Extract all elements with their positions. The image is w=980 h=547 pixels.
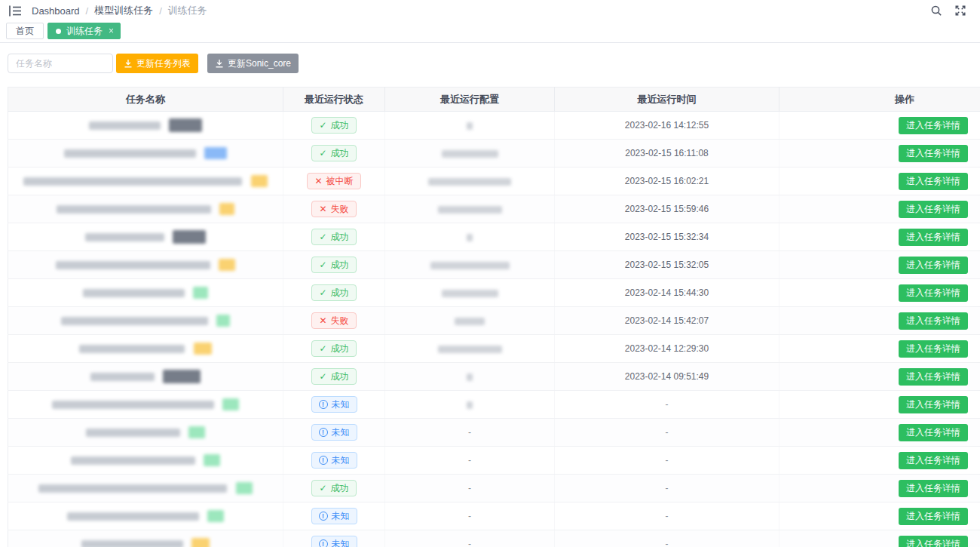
status-cell: ✓ 成功 [283, 112, 385, 140]
table-row: ✕ 失败 2023-02-14 15:42:07 进入任务详情 [8, 307, 980, 335]
task-tag-redacted [216, 315, 230, 327]
status-cell: ✓ 成功 [283, 251, 385, 279]
breadcrumb-model-training[interactable]: 模型训练任务 [94, 4, 153, 17]
enter-task-details-button[interactable]: 进入任务详情 [899, 536, 968, 547]
status-cell: ✕ 失败 [283, 195, 385, 223]
task-name-redacted [57, 205, 211, 214]
status-icon: ✓ [319, 372, 326, 381]
task-name-redacted [89, 121, 161, 130]
update-sonic-core-button[interactable]: 更新Sonic_core [207, 54, 299, 73]
enter-task-details-button[interactable]: 进入任务详情 [899, 312, 968, 330]
status-badge: ✕ 失败 [311, 312, 356, 329]
tab-home[interactable]: 首页 [6, 23, 44, 39]
status-badge: ✓ 成功 [311, 368, 356, 385]
config-cell [385, 167, 555, 195]
config-redacted [430, 262, 510, 269]
config-cell [385, 391, 555, 419]
action-cell: 进入任务详情 [779, 502, 980, 530]
task-tag-redacted [236, 482, 253, 494]
task-name-cell [8, 279, 283, 307]
table-row: ! 未知 - - 进入任务详情 [8, 419, 980, 447]
enter-task-details-button[interactable]: 进入任务详情 [899, 452, 968, 469]
status-badge: ! 未知 [311, 508, 357, 524]
task-tag-redacted [173, 230, 206, 244]
enter-task-details-button[interactable]: 进入任务详情 [899, 508, 968, 525]
task-name-redacted [90, 373, 155, 381]
status-cell: ! 未知 [283, 530, 385, 547]
config-cell: - [385, 419, 555, 447]
action-cell: 进入任务详情 [779, 251, 980, 279]
fullscreen-icon[interactable] [951, 2, 969, 20]
update-task-list-button[interactable]: 更新任务列表 [116, 54, 198, 73]
task-name-cell [8, 167, 283, 195]
status-cell: ✓ 成功 [283, 335, 385, 363]
enter-task-details-button[interactable]: 进入任务详情 [899, 229, 968, 246]
status-badge: ✓ 成功 [311, 257, 356, 273]
task-name-cell [8, 223, 283, 251]
task-name-redacted [85, 233, 164, 241]
config-cell [385, 251, 555, 279]
action-cell: 进入任务详情 [779, 419, 980, 447]
sidebar-toggle-icon[interactable] [6, 2, 24, 20]
status-label: 成功 [331, 287, 349, 300]
enter-task-details-button[interactable]: 进入任务详情 [899, 340, 968, 358]
search-icon[interactable] [927, 2, 945, 20]
status-cell: ✓ 成功 [283, 475, 385, 502]
time-cell: 2023-02-15 15:59:46 [555, 195, 779, 223]
time-cell: 2023-02-15 15:32:34 [555, 223, 779, 251]
task-tag-redacted [219, 203, 234, 215]
status-icon: ! [319, 512, 328, 521]
time-cell: 2023-02-14 12:29:30 [555, 335, 779, 363]
enter-task-details-button[interactable]: 进入任务详情 [899, 145, 968, 162]
enter-task-details-button[interactable]: 进入任务详情 [899, 396, 968, 413]
task-tag-redacted [169, 118, 202, 132]
enter-task-details-button[interactable]: 进入任务详情 [899, 201, 968, 218]
breadcrumb-dashboard[interactable]: Dashboard [32, 5, 80, 17]
enter-task-details-button[interactable]: 进入任务详情 [899, 117, 968, 134]
col-run-time: 最近运行时间 [555, 88, 779, 112]
enter-task-details-button[interactable]: 进入任务详情 [899, 368, 968, 386]
enter-task-details-button[interactable]: 进入任务详情 [899, 257, 968, 274]
table-body: ✓ 成功 2023-02-16 14:12:55 进入任务详情 ✓ 成功 202… [8, 112, 980, 547]
status-label: 未知 [332, 398, 350, 411]
status-label: 失败 [331, 315, 349, 327]
status-label: 成功 [331, 231, 349, 244]
time-cell: 2023-02-15 15:32:05 [555, 251, 779, 279]
task-name-cell [8, 140, 283, 167]
status-badge: ✓ 成功 [311, 284, 356, 301]
enter-task-details-button[interactable]: 进入任务详情 [899, 424, 968, 441]
status-badge: ✓ 成功 [311, 480, 356, 496]
time-cell: - [555, 502, 779, 530]
task-name-cell [8, 363, 283, 391]
enter-task-details-button[interactable]: 进入任务详情 [899, 284, 968, 302]
task-name-redacted [71, 456, 195, 465]
table-row: ✓ 成功 2023-02-15 15:32:05 进入任务详情 [8, 251, 980, 279]
main-content: 更新任务列表 更新Sonic_core 任务名称 最近运行状态 最近运行配置 最… [0, 43, 980, 547]
config-redacted [467, 122, 473, 130]
task-name-redacted [67, 512, 199, 521]
status-label: 未知 [332, 426, 350, 439]
action-cell: 进入任务详情 [779, 167, 980, 195]
status-icon: ! [319, 400, 328, 409]
status-icon: ✕ [314, 177, 322, 186]
task-name-cell [8, 195, 283, 223]
tab-training-tasks[interactable]: 训练任务 × [47, 23, 121, 39]
task-name-input[interactable] [8, 54, 113, 73]
time-cell: - [555, 391, 779, 419]
config-redacted [438, 346, 502, 353]
col-actions: 操作 [779, 88, 980, 112]
enter-task-details-button[interactable]: 进入任务详情 [899, 480, 968, 497]
table-row: ! 未知 - 进入任务详情 [8, 391, 980, 419]
config-cell: - [385, 530, 555, 547]
task-tag-redacted [219, 259, 235, 271]
config-cell: - [385, 502, 555, 530]
enter-task-details-button[interactable]: 进入任务详情 [899, 173, 968, 190]
config-redacted [428, 178, 511, 186]
config-cell [385, 140, 555, 167]
status-icon: ✓ [319, 232, 326, 241]
config-redacted [467, 401, 473, 409]
tab-close-icon[interactable]: × [109, 26, 114, 35]
table-row: ✕ 被中断 2023-02-15 16:02:21 进入任务详情 [8, 167, 980, 195]
table-row: ✕ 失败 2023-02-15 15:59:46 进入任务详情 [8, 195, 980, 223]
config-redacted [438, 206, 502, 214]
